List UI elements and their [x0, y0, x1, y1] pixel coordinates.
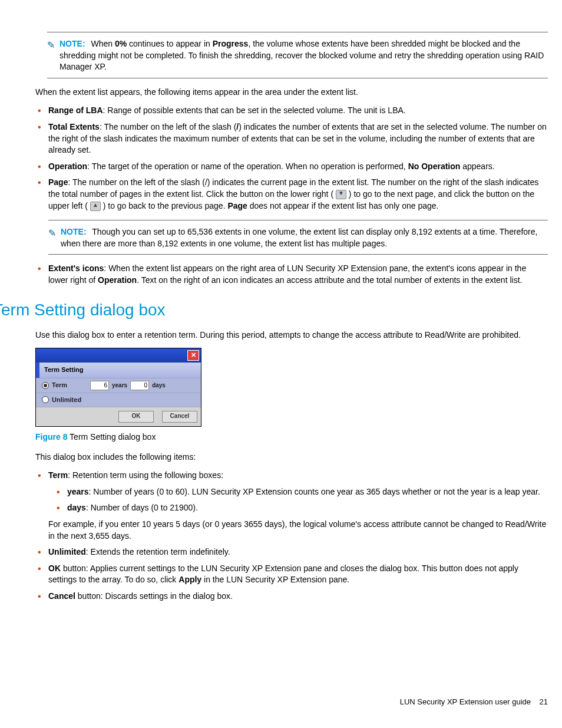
dialog-footer: OK Cancel — [36, 407, 201, 426]
footer-text: LUN Security XP Extension user guide — [400, 697, 531, 706]
note-icon: ✎ — [48, 227, 56, 240]
unlimited-row: Unlimited — [36, 393, 201, 407]
note1-rule-top — [47, 32, 548, 32]
heading-para: Use this dialog box to enter a retention… — [35, 330, 548, 341]
years-input[interactable]: 6 — [90, 381, 109, 390]
days-input[interactable]: 0 — [130, 381, 149, 390]
page-number: 21 — [540, 697, 548, 706]
prev-page-icon: ▲ — [90, 202, 101, 211]
unlimited-label: Unlimited — [52, 396, 87, 404]
para-after-note1: When the extent list appears, the follow… — [35, 87, 548, 98]
days-unit: days — [152, 381, 166, 390]
close-icon[interactable]: ✕ — [187, 350, 199, 361]
years-unit: years — [112, 381, 127, 390]
note2-label: NOTE: — [61, 227, 87, 236]
li-term: Term: Retention term using the following… — [48, 470, 548, 542]
note1-rule-bot — [47, 78, 548, 78]
li-cancel: Cancel button: Discards settings in the … — [48, 591, 548, 602]
term-label: Term — [52, 381, 87, 390]
li-unlimited: Unlimited: Extends the retention term in… — [48, 546, 548, 558]
cancel-button[interactable]: Cancel — [162, 411, 197, 423]
extent-list-items: Range of LBA: Range of possible extents … — [35, 105, 548, 286]
page-footer: LUN Security XP Extension user guide 21 — [400, 697, 548, 707]
note1-label: NOTE: — [59, 39, 85, 48]
section-heading: Term Setting dialog box — [0, 298, 548, 321]
li-days: days: Number of days (0 to 21900). — [67, 502, 548, 514]
li-operation: Operation: The target of the operation o… — [48, 161, 548, 173]
dialog-items-list: Term: Retention term using the following… — [35, 470, 548, 602]
ok-button[interactable]: OK — [118, 411, 154, 423]
unlimited-radio[interactable] — [42, 396, 49, 403]
term-setting-dialog: ✕ Term Setting Term 6 years 0 days Unlim… — [35, 348, 201, 427]
note-block-2: ✎ NOTE: Though you can set up to 65,536 … — [48, 220, 548, 255]
dialog-titlebar: ✕ — [36, 348, 201, 363]
term-row: Term 6 years 0 days — [36, 378, 201, 393]
term-sublist: years: Number of years (0 to 60). LUN Se… — [48, 486, 548, 514]
li-ok: OK button: Applies current settings to t… — [48, 563, 548, 586]
para-after-figure: This dialog box includes the following i… — [35, 452, 548, 463]
note-icon: ✎ — [47, 39, 55, 52]
li-years: years: Number of years (0 to 60). LUN Se… — [67, 486, 548, 498]
li-range-of-lba: Range of LBA: Range of possible extents … — [48, 105, 548, 117]
figure-caption: Figure 8 Term Setting dialog box — [35, 431, 548, 443]
note1-text: NOTE: When 0% continues to appear in Pro… — [59, 38, 548, 73]
note2-rule-top — [48, 220, 548, 220]
li-extent-icons: Extent's icons: When the extent list app… — [48, 263, 548, 286]
term-example: For example, if you enter 10 years 5 day… — [48, 519, 548, 542]
dialog-header: Term Setting — [36, 363, 201, 377]
term-radio[interactable] — [42, 382, 49, 389]
note2-text: NOTE: Though you can set up to 65,536 ex… — [61, 226, 548, 249]
note-block-1: ✎ NOTE: When 0% continues to appear in P… — [47, 32, 548, 78]
li-total-extents: Total Extents: The number on the left of… — [48, 121, 548, 156]
figure-label: Figure 8 — [35, 432, 67, 442]
next-page-icon: ▼ — [336, 190, 346, 199]
note2-rule-bot — [48, 254, 548, 255]
li-page: Page: The number on the left of the slas… — [48, 177, 548, 255]
